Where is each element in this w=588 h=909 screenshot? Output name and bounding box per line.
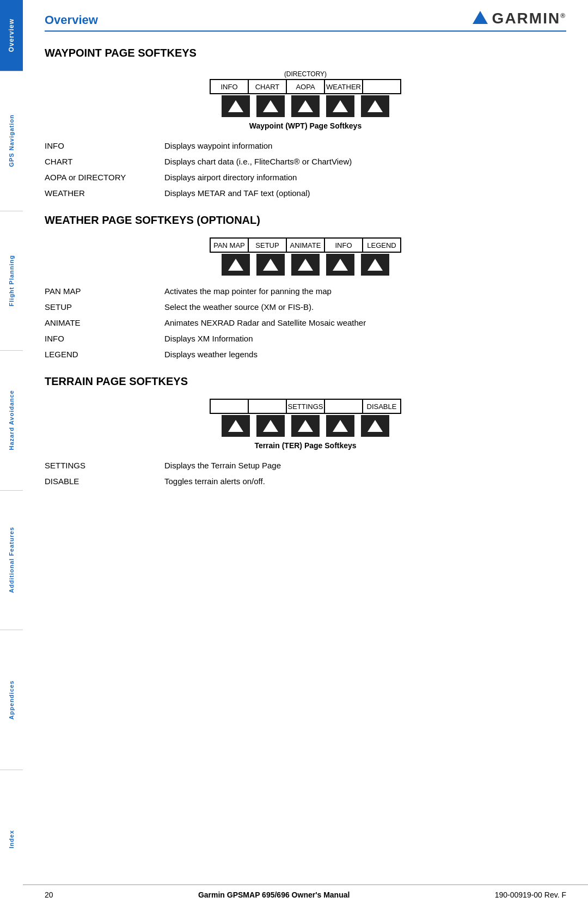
sidebar-index-label: Index xyxy=(8,830,15,849)
desc-val-aopa: Displays airport directory information xyxy=(164,173,566,182)
desc-val-disable: Toggles terrain alerts on/off. xyxy=(164,477,566,486)
weather-key-panmap: PAN MAP xyxy=(210,237,249,253)
table-row: AOPA or DIRECTORY Displays airport direc… xyxy=(45,173,566,182)
weather-arrow-1 xyxy=(222,254,250,276)
desc-val-setup: Select the weather source (XM or FIS-B). xyxy=(164,302,566,312)
sidebar-ha-label: Hazard Avoidance xyxy=(8,390,15,450)
terrain-arrow-row xyxy=(218,415,393,437)
desc-key-animate: ANIMATE xyxy=(45,318,164,327)
weather-key-animate: ANIMATE xyxy=(286,237,325,253)
weather-arrow-3 xyxy=(291,254,320,276)
weather-softkey-diagram: PAN MAP SETUP ANIMATE INFO LEGEND xyxy=(45,237,566,276)
page-footer: 20 Garmin GPSMAP 695/696 Owner's Manual … xyxy=(23,884,588,899)
sidebar-item-hazard-avoidance[interactable]: Hazard Avoidance xyxy=(0,350,23,490)
terrain-arrow-4 xyxy=(326,415,354,437)
desc-key-disable: DISABLE xyxy=(45,477,164,486)
garmin-triangle-icon xyxy=(473,11,488,24)
table-row: INFO Displays waypoint information xyxy=(45,141,566,150)
table-row: INFO Displays XM Information xyxy=(45,334,566,343)
weather-section-heading: WEATHER PAGE SOFTKEYS (OPTIONAL) xyxy=(45,214,566,227)
desc-val-panmap: Activates the map pointer for panning th… xyxy=(164,286,566,296)
waypoint-arrow-3 xyxy=(291,95,320,117)
sidebar-item-flight-planning[interactable]: Flight Planning xyxy=(0,211,23,351)
table-row: LEGEND Displays weather legends xyxy=(45,350,566,359)
weather-key-setup: SETUP xyxy=(248,237,287,253)
sidebar-gps-label: GPS Navigation xyxy=(8,114,15,167)
terrain-arrow-5 xyxy=(361,415,389,437)
desc-key-info: INFO xyxy=(45,141,164,150)
table-row: DISABLE Toggles terrain alerts on/off. xyxy=(45,477,566,486)
waypoint-arrow-1 xyxy=(222,95,250,117)
desc-val-legend: Displays weather legends xyxy=(164,350,566,359)
sidebar-overview-section[interactable]: Overview xyxy=(0,0,23,71)
waypoint-description-table: INFO Displays waypoint information CHART… xyxy=(45,141,566,198)
waypoint-arrow-2 xyxy=(256,95,285,117)
desc-val-info: Displays waypoint information xyxy=(164,141,566,150)
sidebar-app-label: Appendices xyxy=(8,680,15,719)
waypoint-arrow-4 xyxy=(326,95,354,117)
waypoint-key-row: INFO CHART AOPA WEATHER xyxy=(210,79,401,94)
weather-key-info: INFO xyxy=(324,237,363,253)
sidebar-af-label: Additional Features xyxy=(8,527,15,593)
sidebar-item-index[interactable]: Index xyxy=(0,770,23,910)
sidebar-fp-label: Flight Planning xyxy=(8,255,15,306)
waypoint-key-weather: WEATHER xyxy=(324,79,363,94)
waypoint-key-empty xyxy=(362,79,401,94)
table-row: SETTINGS Displays the Terrain Setup Page xyxy=(45,461,566,470)
desc-key-weather: WEATHER xyxy=(45,188,164,198)
desc-val-settings: Displays the Terrain Setup Page xyxy=(164,461,566,470)
sidebar-item-additional-features[interactable]: Additional Features xyxy=(0,490,23,630)
weather-arrow-4 xyxy=(326,254,354,276)
weather-description-table: PAN MAP Activates the map pointer for pa… xyxy=(45,286,566,359)
terrain-key-row: SETTINGS DISABLE xyxy=(210,399,401,414)
desc-key-chart: CHART xyxy=(45,157,164,166)
terrain-section-heading: TERRAIN PAGE SOFTKEYS xyxy=(45,375,566,388)
weather-arrow-2 xyxy=(256,254,285,276)
desc-key-info-w: INFO xyxy=(45,334,164,343)
terrain-key-settings: SETTINGS xyxy=(286,399,325,414)
waypoint-arrow-5 xyxy=(361,95,389,117)
table-row: ANIMATE Animates NEXRAD Radar and Satell… xyxy=(45,318,566,327)
header-section-title: Overview xyxy=(45,13,98,27)
desc-key-legend: LEGEND xyxy=(45,350,164,359)
waypoint-key-chart: CHART xyxy=(248,79,287,94)
directory-label: (DIRECTORY) xyxy=(284,70,327,78)
garmin-brand-text: GARMIN® xyxy=(492,10,566,27)
terrain-key-disable: DISABLE xyxy=(362,399,401,414)
table-row: WEATHER Displays METAR and TAF text (opt… xyxy=(45,188,566,198)
waypoint-caption: Waypoint (WPT) Page Softkeys xyxy=(249,121,362,130)
terrain-key-empty2 xyxy=(248,399,287,414)
desc-key-setup: SETUP xyxy=(45,302,164,312)
sidebar: Overview GPS Navigation Flight Planning … xyxy=(0,0,23,909)
revision-number: 190-00919-00 Rev. F xyxy=(495,890,566,899)
table-row: CHART Displays chart data (i.e., FliteCh… xyxy=(45,157,566,166)
terrain-key-empty3 xyxy=(324,399,363,414)
sidebar-overview-label: Overview xyxy=(8,19,15,52)
sidebar-item-appendices[interactable]: Appendices xyxy=(0,630,23,770)
desc-key-aopa: AOPA or DIRECTORY xyxy=(45,173,164,182)
waypoint-section-heading: WAYPOINT PAGE SOFTKEYS xyxy=(45,47,566,59)
weather-arrow-5 xyxy=(361,254,389,276)
terrain-arrow-3 xyxy=(291,415,320,437)
desc-val-weather: Displays METAR and TAF text (optional) xyxy=(164,188,566,198)
terrain-arrow-2 xyxy=(256,415,285,437)
waypoint-key-info: INFO xyxy=(210,79,249,94)
weather-key-row: PAN MAP SETUP ANIMATE INFO LEGEND xyxy=(210,237,401,253)
desc-key-settings: SETTINGS xyxy=(45,461,164,470)
table-row: SETUP Select the weather source (XM or F… xyxy=(45,302,566,312)
page-header: Overview GARMIN® xyxy=(45,0,566,32)
desc-val-animate: Animates NEXRAD Radar and Satellite Mosa… xyxy=(164,318,566,327)
terrain-description-table: SETTINGS Displays the Terrain Setup Page… xyxy=(45,461,566,486)
desc-key-panmap: PAN MAP xyxy=(45,286,164,296)
weather-arrow-row xyxy=(218,254,393,276)
table-row: PAN MAP Activates the map pointer for pa… xyxy=(45,286,566,296)
waypoint-arrow-row xyxy=(218,95,393,117)
desc-val-chart: Displays chart data (i.e., FliteCharts® … xyxy=(164,157,566,166)
terrain-key-empty1 xyxy=(210,399,249,414)
waypoint-softkey-diagram: (DIRECTORY) INFO CHART AOPA WEATHER Wayp… xyxy=(45,70,566,130)
page-number: 20 xyxy=(45,890,53,899)
terrain-caption: Terrain (TER) Page Softkeys xyxy=(254,441,356,450)
main-content: Overview GARMIN® WAYPOINT PAGE SOFTKEYS … xyxy=(23,0,588,524)
garmin-logo: GARMIN® xyxy=(473,10,566,27)
sidebar-item-gps-navigation[interactable]: GPS Navigation xyxy=(0,71,23,211)
